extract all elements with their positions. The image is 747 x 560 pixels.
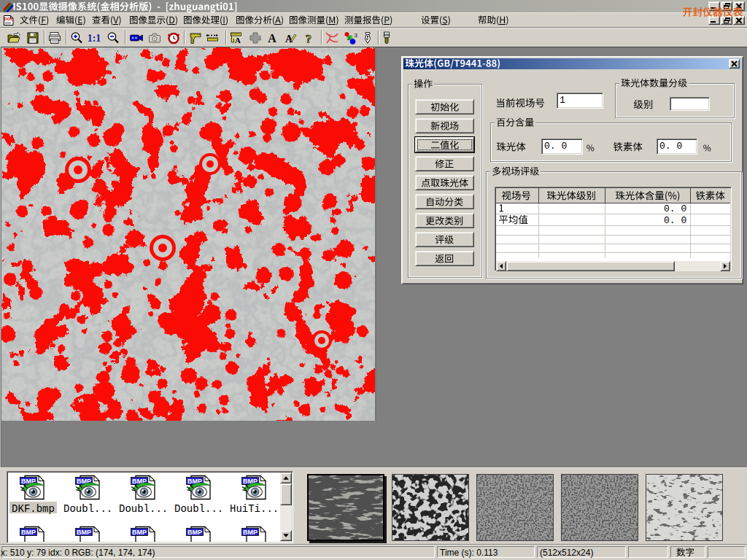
svg-text:1:1: 1:1 bbox=[88, 33, 101, 44]
svg-text:BMP: BMP bbox=[21, 529, 36, 536]
svg-text:BMP: BMP bbox=[187, 529, 202, 536]
svg-text:BMP: BMP bbox=[243, 529, 258, 536]
svg-text:BMP: BMP bbox=[77, 529, 91, 536]
svg-text:DOC: DOC bbox=[4, 17, 13, 21]
svg-text:BMP: BMP bbox=[132, 529, 147, 536]
svg-text:A: A bbox=[268, 32, 276, 44]
svg-text:?: ? bbox=[306, 32, 312, 46]
svg-text:3: 3 bbox=[355, 32, 358, 39]
svg-text:A: A bbox=[235, 36, 241, 44]
